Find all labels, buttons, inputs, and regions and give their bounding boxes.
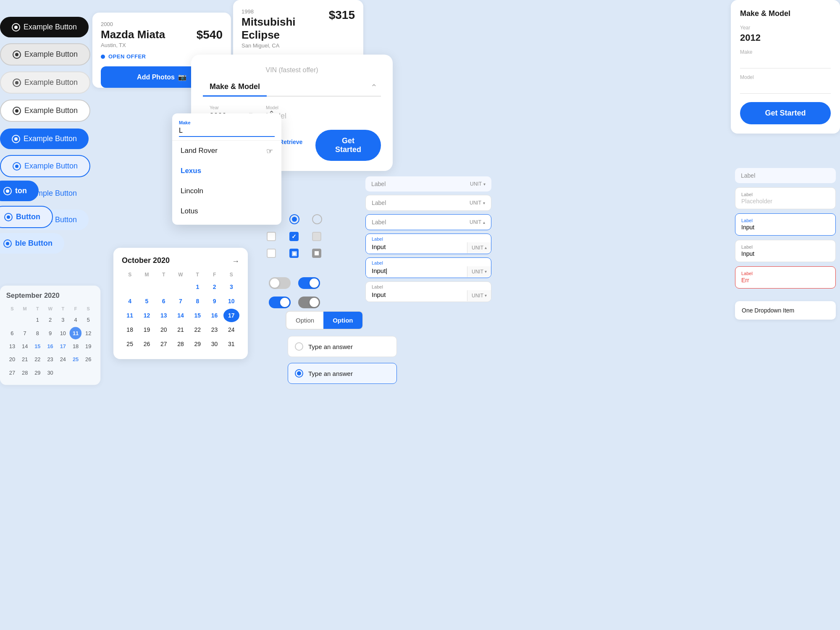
checkbox-unchecked-2[interactable]	[267, 249, 276, 258]
eclipse-year: 1998	[242, 8, 329, 15]
right-inputs-section: Label Label Placeholder Label Label Labe…	[735, 168, 836, 320]
seg-option-2-active[interactable]: Option	[323, 312, 362, 329]
btn-label: Example Button	[24, 50, 78, 59]
unit-label-4: UNIT	[472, 245, 483, 251]
btn-truncated-3: ble Button	[0, 233, 64, 260]
dropdown-item-lexus[interactable]: Lexus	[172, 161, 281, 181]
sep-calendar-grid: S M T W T F S 1 2 3 4 5 6 7 8 9 10 11 12…	[6, 304, 94, 379]
right-card-title: Make & Model	[740, 9, 831, 18]
answer-option-1[interactable]: Type an answer	[288, 336, 397, 357]
checkbox-gray-1[interactable]	[312, 232, 321, 241]
right-label-error: Label	[741, 271, 830, 276]
unit-label-6: UNIT	[472, 293, 483, 299]
btn-truncated-1: ton	[0, 181, 39, 207]
right-make-label: Make	[740, 49, 831, 55]
input-label-4: Label	[372, 236, 485, 242]
vin-label: VIN (fastest offer)	[203, 66, 381, 74]
unit-label-3: UNIT	[470, 219, 481, 225]
input-group-4: Label UNIT ▴	[365, 234, 491, 254]
oct-month-label: October 2020	[122, 256, 170, 265]
right-get-started-button[interactable]: Get Started	[740, 102, 831, 124]
right-input-field-2[interactable]	[741, 250, 830, 257]
circle-icon-blue-outline	[13, 162, 21, 171]
day-header-W: W	[44, 304, 56, 313]
right-input-field[interactable]	[741, 224, 830, 231]
day-header-T2: T	[57, 304, 69, 313]
toggles-section-2	[298, 277, 320, 308]
right-input-error: Label	[735, 266, 836, 289]
input-field-4[interactable]	[366, 242, 467, 254]
input-field-6[interactable]	[366, 289, 467, 302]
radio-checked-1[interactable]	[289, 214, 299, 224]
btn-label: Example Button	[24, 162, 78, 171]
circle-icon	[3, 187, 12, 195]
toggle-on-gray[interactable]	[298, 297, 320, 308]
chevron-up-icon: ⌃	[268, 109, 275, 118]
seg-option-1[interactable]: Option	[286, 312, 323, 329]
day-header-F: F	[70, 304, 81, 313]
checkbox-checked-1[interactable]: ✓	[289, 232, 299, 241]
selected-day-11[interactable]: 11	[70, 327, 81, 339]
chevron-down-icon-2: ▾	[483, 201, 485, 205]
chevron-up-icon[interactable]: ⌃	[367, 79, 381, 96]
dropdown-item-lincoln[interactable]: Lincoln	[172, 181, 281, 201]
input-group-1: Label UNIT ▾	[365, 176, 491, 192]
btn-white-outline[interactable]: Example Button	[0, 100, 90, 122]
input-field-5[interactable]	[366, 265, 467, 278]
tab-make-model[interactable]: Make & Model	[203, 79, 267, 97]
sep-month-label: September 2020	[6, 292, 94, 300]
answer-options: Type an answer Type an answer	[288, 336, 397, 384]
toggle-on-2[interactable]	[298, 277, 320, 289]
right-input-active: Label	[735, 213, 836, 236]
chevron-down-icon-6: ▾	[485, 293, 487, 298]
btn-blue-outline[interactable]: Example Button	[0, 155, 90, 177]
radio-unchecked-2[interactable]	[312, 214, 322, 224]
next-month-arrow[interactable]: →	[232, 257, 239, 266]
car-price: $540	[197, 28, 223, 42]
btn-black[interactable]: Example Button	[0, 17, 89, 37]
checkbox-unchecked-1[interactable]	[267, 232, 276, 241]
toggle-on-1[interactable]	[269, 297, 291, 308]
dropdown-item-land-rover[interactable]: Land Rover ☞	[172, 141, 281, 161]
btn-light-outline[interactable]: Example Button	[0, 71, 90, 94]
dropdown-item-lotus[interactable]: Lotus	[172, 201, 281, 221]
circle-icon	[4, 213, 13, 221]
right-input-field-error[interactable]	[741, 277, 830, 284]
dropdown-single-item[interactable]: One Dropdown Item	[735, 301, 836, 320]
oct-calendar-grid: S M T W T F S 1 2 3 4 5 6 7 8 9 10 11 12…	[122, 270, 239, 351]
right-model-field	[740, 82, 831, 94]
toggle-off-1[interactable]	[269, 277, 291, 289]
btn-truncated-2: Button	[0, 206, 53, 234]
btn-label: Example Button	[24, 23, 77, 32]
unit-label-1: UNIT	[470, 181, 482, 187]
circle-icon-white	[13, 107, 21, 115]
day-header-M: M	[19, 304, 31, 313]
chevron-up-icon-4: ▴	[485, 245, 487, 250]
right-label-1: Label	[741, 172, 755, 179]
right-year-value: 2012	[740, 32, 831, 43]
checkbox-gray-2[interactable]	[312, 249, 321, 258]
right-make-field	[740, 57, 831, 68]
btn-label: Example Button	[24, 134, 77, 143]
btn-gray-outline[interactable]: Example Button	[0, 43, 90, 66]
right-label-2: Label	[741, 192, 830, 197]
chevron-up-icon-3: ▴	[483, 220, 485, 225]
selected-day-17[interactable]: 17	[223, 309, 239, 322]
checkbox-indeterminate[interactable]: ▣	[289, 249, 299, 258]
input-label-2: Label	[372, 200, 386, 206]
btn-blue-solid[interactable]: Example Button	[0, 129, 89, 149]
answer-option-2-active[interactable]: Type an answer	[288, 363, 397, 384]
unit-label-2: UNIT	[470, 200, 481, 206]
circle-icon-light	[13, 79, 21, 87]
status-dot-blue	[101, 55, 105, 59]
camera-icon: 📷	[178, 73, 186, 81]
make-search-input[interactable]	[179, 125, 275, 137]
right-input-plain-1: Label	[735, 168, 836, 183]
input-label-5: Label	[372, 260, 485, 265]
btn-label: Example Button	[24, 106, 78, 115]
input-label-6: Label	[372, 284, 485, 289]
car-title: Mazda Miata	[101, 28, 165, 41]
get-started-button[interactable]: Get Started	[315, 130, 381, 161]
make-dropdown: ⌃ Make Land Rover ☞ Lexus Lincoln Lotus	[172, 113, 281, 225]
calendar-october: October 2020 → S M T W T F S 1 2 3 4 5 6…	[113, 248, 248, 359]
